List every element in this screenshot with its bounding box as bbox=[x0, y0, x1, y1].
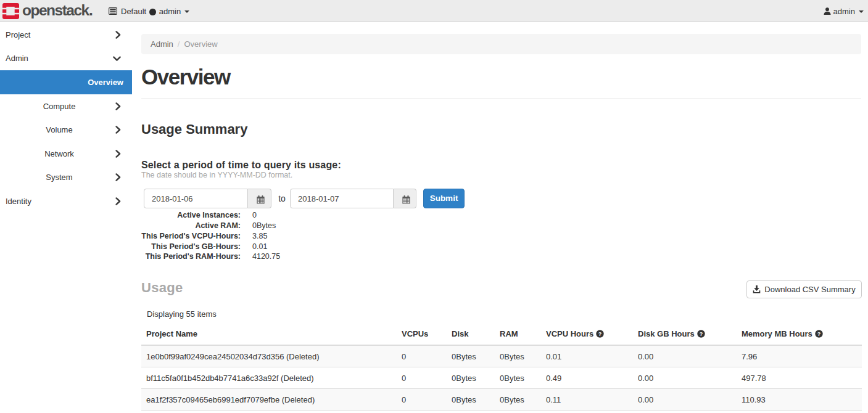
svg-text:?: ? bbox=[598, 331, 602, 337]
svg-text:?: ? bbox=[817, 331, 821, 337]
svg-text:?: ? bbox=[700, 331, 703, 337]
